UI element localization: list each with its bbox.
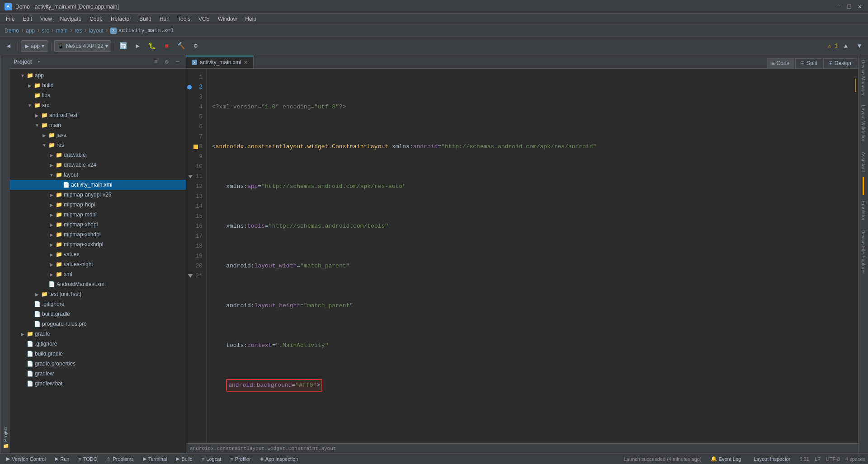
tree-item-app[interactable]: ▼ 📁 app — [10, 70, 186, 80]
tree-item-drawable-v24[interactable]: ▶ 📁 drawable-v24 — [10, 160, 186, 170]
tree-item-src[interactable]: ▼ 📁 src — [10, 100, 186, 110]
tree-item-gradleprops[interactable]: 📄 gradle.properties — [10, 359, 186, 369]
right-tab-device-manager[interactable]: Device Manager — [859, 55, 868, 100]
debug-button[interactable]: 🐛 — [146, 40, 159, 52]
version-control-btn[interactable]: ▶ Version Control — [3, 454, 49, 464]
charset-display: UTF-8 — [826, 456, 840, 462]
profiler-btn[interactable]: ≡ Profiler — [226, 454, 254, 464]
scroll-up-button[interactable]: ▲ — [840, 40, 852, 52]
tree-item-mipmap-xhdpi[interactable]: ▶ 📁 mipmap-xhdpi — [10, 220, 186, 230]
tree-item-build[interactable]: ▶ 📁 build — [10, 80, 186, 90]
tree-item-activity-main[interactable]: 📄 activity_main.xml — [10, 180, 186, 190]
tree-item-androidtest[interactable]: ▶ 📁 androidTest — [10, 110, 186, 120]
split-view-button[interactable]: ⊟ Split — [795, 58, 822, 68]
menu-tools[interactable]: Tools — [174, 15, 194, 23]
tree-item-gitignore-root[interactable]: 📄 .gitignore — [10, 339, 186, 349]
tree-item-gradle-root[interactable]: ▶ 📁 gradle — [10, 329, 186, 339]
tree-item-buildgradle-app[interactable]: 📄 build.gradle — [10, 309, 186, 319]
menu-code[interactable]: Code — [86, 15, 106, 23]
todo-btn[interactable]: ≡ TODO — [75, 454, 101, 464]
code-view-button[interactable]: ≡ Code — [767, 58, 795, 68]
tree-item-proguard[interactable]: 📄 proguard-rules.pro — [10, 319, 186, 329]
tree-item-mipmap-xxhdpi[interactable]: ▶ 📁 mipmap-xxhdpi — [10, 230, 186, 239]
minimize-button[interactable]: — — [835, 3, 842, 10]
tree-item-mipmap-xxxhdpi[interactable]: ▶ 📁 mipmap-xxxhdpi — [10, 239, 186, 249]
logcat-btn[interactable]: ≡ Logcat — [198, 454, 225, 464]
breadcrumb-src[interactable]: src — [42, 28, 49, 34]
breadcrumb-demo[interactable]: Demo — [5, 28, 19, 34]
tree-item-mipmap-hdpi[interactable]: ▶ 📁 mipmap-hdpi — [10, 200, 186, 210]
tree-item-libs[interactable]: 📁 libs — [10, 90, 186, 100]
warning-indicator[interactable]: ⚠ 1 — [828, 42, 838, 49]
design-view-button[interactable]: ⊞ Design — [823, 58, 856, 68]
tree-item-manifest[interactable]: 📄 AndroidManifest.xml — [10, 279, 186, 289]
event-log-btn[interactable]: 🔔 Event Log — [707, 454, 745, 464]
tree-item-res[interactable]: ▼ 📁 res — [10, 140, 186, 150]
code-content[interactable]: <?xml version="1.0" encoding="utf-8"?> <… — [207, 69, 853, 443]
tree-item-mipmap-anydpi[interactable]: ▶ 📁 mipmap-anydpi-v26 — [10, 190, 186, 200]
menu-view[interactable]: View — [37, 15, 56, 23]
app-inspection-btn[interactable]: ◈ App Inspection — [256, 454, 302, 464]
sync-button[interactable]: 🔄 — [117, 40, 130, 52]
breadcrumb-res[interactable]: res — [75, 28, 82, 34]
project-title: Project — [14, 59, 32, 65]
project-side-tab[interactable]: 📁 Project — [0, 55, 10, 453]
tab-close-button[interactable]: ✕ — [244, 60, 248, 66]
code-line-4: xmlns:tools="http://schemas.android.com/… — [210, 221, 853, 231]
problems-btn[interactable]: ⚠ Problems — [103, 454, 137, 464]
terminal-btn[interactable]: ▶ Terminal — [139, 454, 171, 464]
breadcrumb-main[interactable]: main — [56, 28, 68, 34]
line-num-3: 3 — [186, 92, 206, 102]
menu-window[interactable]: Window — [214, 15, 241, 23]
tree-item-main[interactable]: ▼ 📁 main — [10, 120, 186, 130]
right-tab-device-file-explorer[interactable]: Device File Explorer — [859, 225, 868, 278]
run-bottom-btn[interactable]: ▶ Run — [51, 454, 73, 464]
breadcrumb-layout[interactable]: layout — [89, 28, 104, 34]
menu-vcs[interactable]: VCS — [195, 15, 213, 23]
line-num-18: 18 — [186, 241, 206, 251]
tree-item-drawable[interactable]: ▶ 📁 drawable — [10, 150, 186, 160]
tree-item-xml[interactable]: ▶ 📁 xml — [10, 269, 186, 279]
tree-item-mipmap-mdpi[interactable]: ▶ 📁 mipmap-mdpi — [10, 210, 186, 220]
menu-run[interactable]: Run — [156, 15, 173, 23]
time-display: 8:31 — [800, 456, 809, 462]
tree-item-buildgradle-root[interactable]: 📄 build.gradle — [10, 349, 186, 359]
project-close-btn[interactable]: — — [173, 57, 182, 66]
app-inspection-icon: ◈ — [260, 456, 264, 462]
right-tab-layout-validation[interactable]: Layout Validation — [859, 100, 868, 147]
run-button[interactable]: ▶ — [132, 40, 144, 52]
tree-item-test[interactable]: ▶ 📁 test [unitTest] — [10, 289, 186, 299]
close-button[interactable]: ✕ — [856, 3, 863, 10]
menu-refactor[interactable]: Refactor — [107, 15, 135, 23]
scroll-down-button[interactable]: ▼ — [853, 40, 866, 52]
editor-tab-activity-main[interactable]: X activity_main.xml ✕ — [186, 56, 254, 68]
build-bottom-btn[interactable]: ▶ Build — [172, 454, 196, 464]
project-collapse-btn[interactable]: ≡ — [151, 57, 160, 66]
settings-button[interactable]: ⚙ — [189, 40, 202, 52]
menu-help[interactable]: Help — [241, 15, 260, 23]
line-num-8: 8 — [186, 142, 206, 152]
tree-item-gitignore-app[interactable]: 📄 .gitignore — [10, 299, 186, 309]
project-settings-btn[interactable]: ⚙ — [162, 57, 171, 66]
device-dropdown[interactable]: 📱 Nexus 4 API 22 ▾ — [54, 40, 111, 52]
tree-item-values-night[interactable]: ▶ 📁 values-night — [10, 259, 186, 269]
back-button[interactable]: ◀ — [2, 40, 15, 52]
menu-build[interactable]: Build — [136, 15, 155, 23]
tree-item-values[interactable]: ▶ 📁 values — [10, 249, 186, 259]
menu-edit[interactable]: Edit — [19, 15, 36, 23]
layout-inspector-btn[interactable]: Layout Inspector — [750, 454, 794, 464]
right-tab-assistant[interactable]: Assistant — [859, 147, 868, 177]
tree-item-gradlew[interactable]: 📄 gradlew — [10, 369, 186, 379]
tree-item-layout[interactable]: ▼ 📁 layout — [10, 170, 186, 180]
menu-file[interactable]: File — [2, 15, 18, 23]
menu-navigate[interactable]: Navigate — [57, 15, 85, 23]
breadcrumb-app[interactable]: app — [26, 28, 35, 34]
tree-item-java[interactable]: ▶ 📁 java — [10, 130, 186, 140]
line-num-6: 6 — [186, 122, 206, 132]
stop-button[interactable]: ■ — [160, 40, 173, 52]
run-config-dropdown[interactable]: ▶ app ▾ — [21, 40, 48, 52]
tree-item-gradlewbat[interactable]: 📄 gradlew.bat — [10, 379, 186, 389]
right-tab-emulator[interactable]: Emulator — [859, 196, 868, 225]
maximize-button[interactable]: □ — [845, 3, 853, 10]
build-button[interactable]: 🔨 — [175, 40, 188, 52]
